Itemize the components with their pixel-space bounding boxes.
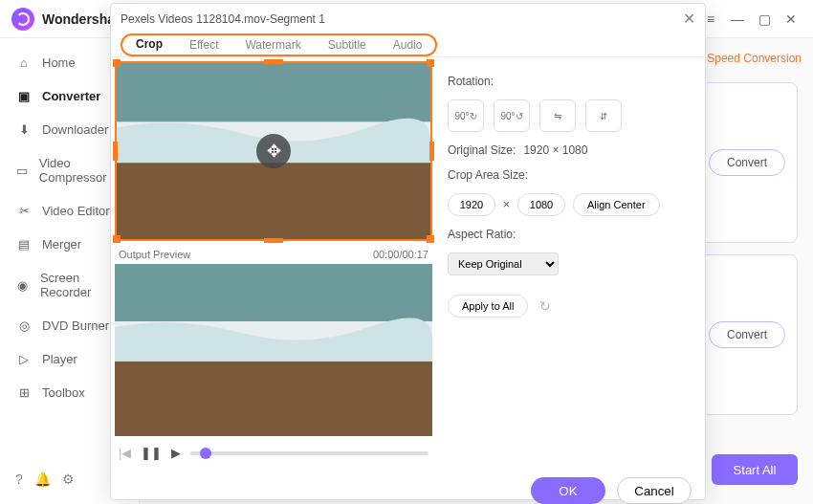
output-preview	[115, 264, 432, 436]
crop-handle[interactable]	[113, 235, 121, 243]
rotate-cw-button[interactable]: 90°↻	[448, 99, 484, 132]
sidebar-item-label: Player	[42, 352, 77, 366]
sidebar-item-label: Converter	[42, 89, 100, 103]
dialog-title: Pexels Videos 1128104.mov-Segment 1	[121, 12, 325, 26]
tab-watermark[interactable]: Watermark	[231, 33, 314, 56]
help-icon[interactable]: ?	[15, 471, 23, 487]
svg-rect-5	[115, 350, 432, 436]
tab-row: Crop Effect Watermark Subtitle Audio	[121, 33, 437, 56]
tab-effect[interactable]: Effect	[176, 33, 231, 56]
crop-canvas[interactable]: ✥	[115, 61, 432, 241]
settings-icon[interactable]: ⚙	[62, 471, 75, 487]
bell-icon[interactable]: 🔔	[34, 471, 51, 487]
player-controls: |◀ ❚❚ ▶	[111, 440, 436, 470]
compress-icon: ▭	[15, 164, 30, 178]
disc-icon: ◎	[15, 318, 33, 333]
sidebar-item-label: Home	[42, 55, 76, 70]
rotate-ccw-button[interactable]: 90°↺	[494, 99, 530, 132]
converter-icon: ▣	[15, 89, 33, 103]
crop-handle[interactable]	[113, 142, 118, 161]
speed-conversion-link[interactable]: Speed Conversion	[707, 52, 802, 65]
refresh-icon[interactable]: ↻	[539, 298, 551, 314]
move-icon[interactable]: ✥	[256, 134, 291, 168]
crop-size-label: Crop Area Size:	[448, 168, 690, 182]
times-label: ×	[503, 198, 510, 211]
aspect-label: Aspect Ratio:	[448, 228, 690, 241]
crop-handle[interactable]	[427, 59, 434, 67]
crop-handle[interactable]	[113, 59, 121, 67]
seek-slider[interactable]	[190, 451, 428, 455]
align-center-button[interactable]: Align Center	[573, 193, 660, 216]
minimize-button[interactable]: —	[727, 9, 748, 30]
preview-label: Output Preview	[119, 249, 190, 260]
sidebar-item-label: DVD Burner	[42, 318, 109, 333]
sidebar-item-label: Downloader	[42, 122, 108, 137]
rotation-label: Rotation:	[448, 75, 690, 88]
play-button[interactable]: ▶	[171, 446, 181, 460]
crop-dialog: Pexels Videos 1128104.mov-Segment 1 ✕ Cr…	[110, 3, 706, 500]
original-size-value: 1920 × 1080	[523, 143, 587, 157]
convert-button[interactable]: Convert	[709, 149, 785, 176]
home-icon: ⌂	[15, 55, 33, 70]
merge-icon: ▤	[15, 237, 33, 252]
apply-to-all-button[interactable]: Apply to All	[448, 295, 528, 318]
ok-button[interactable]: OK	[531, 477, 605, 504]
aspect-ratio-select[interactable]: Keep Original	[448, 252, 559, 275]
flip-vertical-button[interactable]: ⇵	[585, 99, 622, 132]
timecode: 00:00/00:17	[373, 249, 428, 260]
close-icon[interactable]: ✕	[683, 10, 695, 28]
grid-icon: ⊞	[15, 385, 33, 400]
original-size-label: Original Size:	[448, 143, 516, 157]
tab-audio[interactable]: Audio	[380, 33, 436, 56]
seek-thumb[interactable]	[200, 448, 211, 459]
scissors-icon: ✂	[15, 204, 33, 218]
video-frame-bottom	[115, 264, 432, 436]
sidebar-item-label: Toolbox	[42, 385, 85, 400]
download-icon: ⬇	[15, 122, 33, 137]
crop-width-input[interactable]	[448, 193, 495, 216]
crop-handle[interactable]	[429, 142, 434, 161]
convert-button[interactable]: Convert	[709, 321, 785, 348]
sidebar-item-label: Merger	[42, 237, 81, 252]
prev-frame-button[interactable]: |◀	[119, 446, 131, 460]
app-logo-icon	[11, 8, 34, 31]
crop-handle[interactable]	[264, 59, 283, 64]
play-icon: ▷	[15, 352, 33, 366]
start-all-button[interactable]: Start All	[712, 454, 798, 485]
maximize-button[interactable]: ▢	[754, 9, 775, 30]
flip-horizontal-button[interactable]: ⇋	[539, 99, 576, 132]
crop-handle[interactable]	[427, 235, 434, 243]
cancel-button[interactable]: Cancel	[617, 477, 692, 504]
tab-subtitle[interactable]: Subtitle	[315, 33, 380, 56]
tab-crop[interactable]: Crop	[122, 33, 176, 56]
close-button[interactable]: ✕	[780, 9, 802, 30]
sidebar-item-label: Video Editor	[42, 204, 110, 218]
crop-handle[interactable]	[264, 238, 283, 243]
pause-button[interactable]: ❚❚	[141, 446, 162, 460]
record-icon: ◉	[15, 278, 31, 293]
crop-height-input[interactable]	[517, 193, 565, 216]
